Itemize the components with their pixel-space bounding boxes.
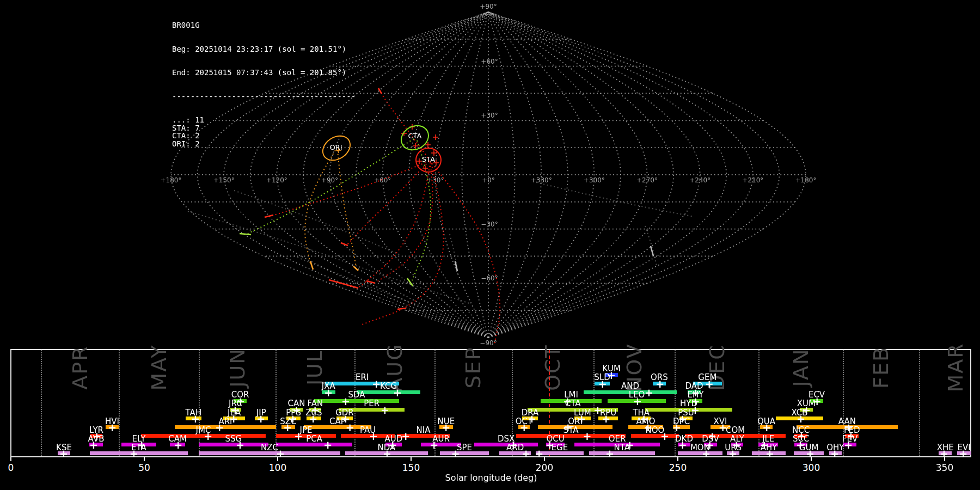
shower-peak-AVB: + [89, 439, 98, 451]
x-tick-200 [544, 457, 545, 461]
observation-begin: Beg: 20251014 23:23:17 (sol = 201.51°) [172, 45, 356, 53]
shower-peak-SZC: + [283, 421, 292, 433]
x-tick-label-200: 200 [536, 462, 553, 473]
shower-peak-ERI: + [372, 378, 381, 390]
month-gridline-JUN [199, 350, 200, 456]
shower-peak-OCT: + [520, 421, 529, 433]
radiant-label-CTA: CTA [408, 132, 422, 140]
radiant-label-ORI: ORI [329, 143, 342, 151]
month-gridline-APR [41, 350, 42, 456]
shower-peak-SLD: + [598, 378, 607, 390]
info-separator: ---------------------------------------- [172, 93, 356, 101]
x-tick-50 [144, 457, 145, 461]
shower-peak-CAP: + [346, 421, 354, 433]
shower-label-ERI: ERI [356, 372, 369, 382]
shower-peak-AHY: + [765, 448, 774, 460]
month-label-MAR: MAR [944, 342, 967, 392]
shower-peak-QUA: + [762, 421, 771, 433]
shower-peak-ORS: + [656, 378, 664, 390]
shower-peak-SPE: + [451, 448, 460, 460]
meteor-count-line-1: STA: 7 [172, 124, 356, 132]
month-label-JAN: JAN [789, 348, 813, 387]
month-gridline-MAY [119, 350, 120, 456]
shower-label-PCA: PCA [306, 434, 322, 444]
month-gridline-MAR [919, 350, 920, 456]
month-label-JUN: JUN [225, 347, 249, 387]
x-axis-title: Solar longitude (deg) [445, 473, 537, 483]
shower-peak-LEO: + [633, 395, 642, 407]
x-tick-0 [10, 457, 11, 461]
shower-peak-TAH: + [191, 413, 200, 425]
x-tick-label-250: 250 [669, 462, 687, 473]
x-tick-150 [411, 457, 412, 461]
shower-peak-NOO: + [660, 430, 669, 442]
shower-peak-ZCS: + [309, 413, 317, 425]
shower-peak-OHY: + [830, 448, 839, 460]
shower-peak-XHE: + [940, 448, 948, 460]
month-label-APR: APR [68, 345, 92, 389]
observation-end: End: 20251015 07:37:43 (sol = 201.85°) [172, 69, 356, 77]
shower-peak-AND: + [645, 387, 653, 399]
shower-label-PER: PER [364, 399, 379, 408]
x-tick-label-300: 300 [803, 462, 820, 473]
shower-peak-XCB: + [797, 413, 805, 425]
x-tick-label-50: 50 [138, 462, 150, 473]
shower-peak-KSE: + [59, 448, 68, 460]
shower-peak-STA: + [583, 430, 591, 442]
shower-label-NTA: NTA [614, 443, 630, 452]
shower-peak-GUM: + [806, 448, 814, 460]
shower-peak-SDA: + [341, 395, 350, 407]
shower-peak-NZC: + [276, 448, 285, 460]
shower-peak-GEM: + [705, 378, 714, 390]
shower-peak-KCG: + [393, 387, 402, 399]
shower-peak-DKD: + [678, 439, 687, 451]
radiant-label-STA: STA [422, 155, 435, 163]
x-tick-250 [677, 457, 678, 461]
shower-peak-AUR: + [430, 439, 438, 451]
shower-peak-RPU: + [602, 413, 610, 425]
shower-peak-HVI: + [108, 421, 117, 433]
shower-peak-EGE: + [535, 448, 543, 460]
sky-map-canvas [0, 0, 980, 348]
shower-label-STA: STA [564, 425, 579, 435]
shower-peak-PER: + [381, 404, 389, 416]
shower-peak-ARI: + [215, 421, 224, 433]
shower-peak-JPE: + [294, 430, 303, 442]
shower-label-EGE: EGE [552, 443, 568, 452]
shower-peak-PAU: + [369, 430, 378, 442]
shower-peak-MON: + [702, 448, 710, 460]
shower-label-NIA: NIA [416, 425, 431, 435]
shower-peak-PCA: + [323, 439, 332, 451]
month-gridline-NOV [593, 350, 595, 456]
shower-peak-NDA: + [383, 448, 391, 460]
x-tick-label-100: 100 [269, 462, 286, 473]
shower-peak-NUE: + [442, 421, 450, 433]
shower-peak-CAM: + [174, 439, 182, 451]
shower-peak-ARD: + [522, 448, 530, 460]
shower-peak-JIP: + [256, 413, 265, 425]
month-label-FEB: FEB [869, 346, 893, 389]
month-label-JUL: JUL [303, 350, 327, 385]
shower-peak-ETA: + [130, 448, 138, 460]
meteor-activity-page: BR001G Beg: 20251014 23:23:17 (sol = 201… [0, 0, 980, 490]
x-tick-label-0: 0 [8, 462, 14, 473]
month-gridline-JUL [275, 350, 277, 456]
x-tick-label-150: 150 [402, 462, 420, 473]
shower-peak-NTA: + [605, 448, 614, 460]
shower-peak-URS: + [728, 448, 737, 460]
month-label-MAY: MAY [147, 344, 171, 390]
month-label-SEP: SEP [461, 346, 485, 388]
shower-peak-DPC: + [672, 421, 681, 433]
shower-peak-FEV: + [844, 439, 853, 451]
month-label-OCT: OCT [541, 344, 565, 391]
shower-peak-NIA: + [401, 430, 410, 442]
meteor-count-line-0: ...: 11 [172, 116, 356, 124]
shower-peak-JMC: + [204, 430, 212, 442]
meteor-count-line-2: CTA: 2 [172, 132, 356, 140]
shower-label-SDA: SDA [348, 390, 365, 400]
month-gridline-AUG [354, 350, 356, 456]
shower-peak-SSG: + [236, 439, 244, 451]
shower-peak-EVI: + [959, 448, 967, 460]
shower-peak-JXA: + [324, 387, 333, 399]
x-tick-label-350: 350 [936, 462, 953, 473]
